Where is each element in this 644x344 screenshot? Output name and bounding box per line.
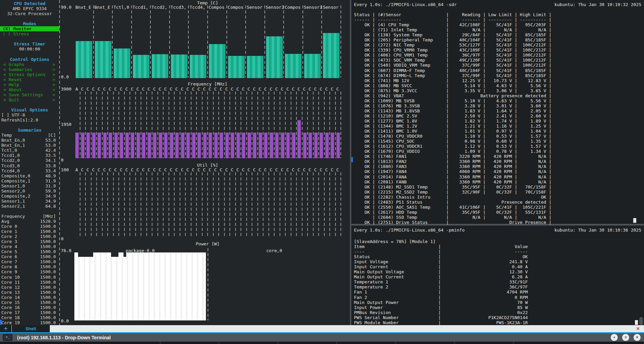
- temp-column-label: Bnxt_E: [75, 5, 91, 10]
- gridline: [335, 92, 336, 158]
- temp-column-label: Compos: [209, 5, 224, 10]
- summary-value: 1500.0: [40, 300, 56, 305]
- ipmi-pminfo-pane: Every 1.0s: ./IPMICFG-Linux.x86_64 -pmin…: [351, 226, 644, 325]
- column-label: A: [75, 87, 78, 92]
- frequency-bar: [325, 133, 329, 158]
- summary-row: Composite,131.9: [0, 178, 59, 183]
- window-titlebar[interactable]: >_ (root) 192.168.1.113 - Drop-Down Term…: [0, 333, 644, 342]
- frequency-bar: [297, 120, 301, 158]
- sensor-row: OK | (1880) FAN3 | 3360 RPM | 420 RPM | …: [354, 164, 644, 169]
- tab-shell[interactable]: Shell: [12, 325, 50, 332]
- sensor-row: OK | (4) CPU Temp | 42C/108F | 5C/41F | …: [354, 22, 644, 27]
- control-option-graphs[interactable]: < Graphs>: [0, 62, 59, 67]
- gridline: [113, 92, 114, 158]
- sensor-row: OK | (2483) PS1 Status | Presence detect…: [354, 200, 644, 205]
- temp-column-label: Sensor2: [266, 5, 284, 10]
- gridline: [131, 5, 132, 77]
- control-option-about[interactable]: < About>: [0, 87, 59, 92]
- column-label: C: [103, 87, 106, 92]
- temp-column-label: Compos: [285, 5, 300, 10]
- summary-label: Sensor2,1: [1, 204, 25, 209]
- sdr-table: Status | (#)Sensor | Reading | Low Limit…: [354, 12, 644, 225]
- close-session-icon[interactable]: ×: [634, 325, 642, 332]
- gridline: [274, 172, 275, 236]
- summary-label: Avg: [1, 219, 9, 224]
- mode-option-xmonitor[interactable]: (X) Monitor: [0, 26, 59, 31]
- frequency-bar: [181, 133, 184, 158]
- control-option-help[interactable]: < Help>: [0, 82, 59, 87]
- temp-bar: [133, 55, 149, 78]
- gridline: [274, 92, 275, 158]
- frequency-bar: [259, 133, 262, 158]
- sensor-row: OK | (138) System Temp | 29C/84F | 5C/41…: [354, 32, 644, 37]
- frequency-bar: [331, 133, 334, 158]
- visual-options-heading: Visual Options: [0, 107, 59, 112]
- summary-label: Core 18: [1, 315, 20, 320]
- control-option-label: < Stress Options: [3, 72, 45, 77]
- menu-button[interactable]: ≡: [622, 334, 629, 341]
- summary-label: Core 11: [1, 280, 20, 285]
- column-label: C: [164, 167, 167, 172]
- gridline: [341, 92, 341, 158]
- temp-bar: [285, 54, 301, 78]
- pminfo-row: Input Power | 85 W: [354, 305, 644, 310]
- control-option-quit[interactable]: < Quit>: [0, 97, 59, 102]
- taskbar-segment-divider: [454, 342, 455, 344]
- summary-label: Tccd4,0: [1, 168, 20, 173]
- gridline: [152, 92, 152, 158]
- summary-value: 1500.0: [40, 269, 56, 274]
- scrollbar-thumb[interactable]: [639, 317, 643, 325]
- control-option-reset[interactable]: < Reset>: [0, 77, 59, 82]
- sensor-row: OK | (1746) FAN1 | 3220 RPM | 420 RPM | …: [354, 154, 644, 159]
- column-label: C: [181, 87, 184, 92]
- summary-value: 34.1: [45, 158, 56, 163]
- frequency-bar: [336, 133, 340, 158]
- power-area-notch: [123, 252, 126, 257]
- temp-bar: [95, 41, 111, 78]
- gridline: [241, 92, 241, 158]
- gridline: [113, 172, 114, 236]
- column-label: C: [175, 87, 178, 92]
- control-option-save-settings[interactable]: < Save Settings>: [0, 92, 59, 97]
- gridline: [257, 172, 258, 236]
- pminfo-row: PMBus Revision | 0x22: [354, 310, 644, 315]
- control-option-stress-options[interactable]: < Stress Options>: [0, 72, 59, 77]
- summary-value: 1500.0: [40, 234, 56, 239]
- pminfo-row: Input Current | 0.40 A: [354, 264, 644, 269]
- temp-bar: [209, 44, 225, 78]
- terminal-icon: >_: [3, 334, 12, 341]
- column-label: C: [231, 87, 234, 92]
- column-label: C: [98, 87, 100, 92]
- gridline: [218, 172, 219, 236]
- gridline: [285, 92, 286, 158]
- temp-bar: [171, 55, 187, 78]
- frequency-bar: [303, 133, 307, 158]
- summary-section-frequency: Frequency[MHz]: [0, 214, 59, 219]
- control-option-label: < Graphs: [3, 62, 25, 67]
- column-label: C: [220, 167, 222, 172]
- new-tab-button[interactable]: +: [0, 325, 11, 332]
- power-area-notch: [78, 252, 93, 257]
- column-label: C: [164, 87, 167, 92]
- temp-bar: [190, 55, 206, 78]
- column-label: C: [303, 167, 306, 172]
- mode-option-stress[interactable]: ( ) Stress: [0, 31, 59, 36]
- column-label: C: [314, 87, 317, 92]
- visual-option[interactable]: [ ] UTF-8: [0, 112, 59, 117]
- summary-value: 1528.9: [40, 219, 56, 224]
- frequency-bar: [320, 133, 323, 158]
- visual-option[interactable]: Refresh[s]:2.0: [0, 117, 59, 123]
- power-area-package: [74, 252, 206, 320]
- column-label: C: [153, 167, 156, 172]
- close-button[interactable]: ×: [634, 334, 641, 341]
- gridline: [130, 172, 130, 236]
- summary-label: Tccd2,0: [1, 158, 20, 163]
- frequency-bar: [225, 133, 229, 158]
- temp-column-label: Tctl,0: [113, 5, 129, 10]
- gridline: [196, 172, 197, 236]
- pminfo-table: [SlaveAddress = 78h] [Module 1]Item | Va…: [354, 239, 644, 325]
- control-option-summaries[interactable]: < Summaries>: [0, 67, 59, 72]
- keep-open-button[interactable]: •: [611, 334, 618, 341]
- gridline: [283, 5, 284, 77]
- summary-label: Core 0: [1, 224, 17, 229]
